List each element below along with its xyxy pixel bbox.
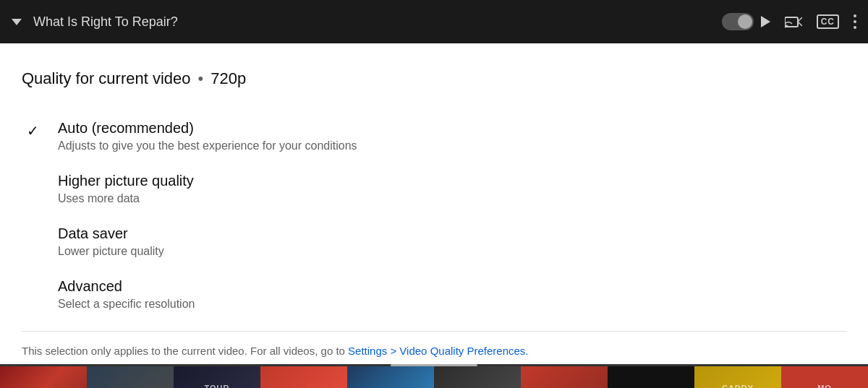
quality-header: Quality for current video • 720p (22, 58, 846, 103)
option-auto[interactable]: ✓ Auto (recommended) Adjusts to give you… (22, 110, 846, 163)
checkmark-higher (22, 173, 43, 175)
quality-separator: • (198, 69, 204, 88)
play-icon (761, 16, 770, 27)
strip-label-caddy: CADDY (722, 384, 754, 388)
footer-note: This selection only applies to the curre… (22, 335, 846, 364)
option-text-advanced: Advanced Select a specific resolution (58, 278, 846, 311)
option-name-data-saver: Data saver (58, 225, 846, 242)
footer-text: This selection only applies to the curre… (22, 345, 348, 357)
cc-button[interactable]: CC (817, 14, 839, 29)
scroll-thumb (391, 364, 477, 366)
checkmark-auto: ✓ (22, 120, 43, 139)
top-bar-icons: CC (722, 13, 856, 30)
checkmark-data-saver (22, 225, 43, 228)
more-options-button[interactable] (854, 14, 856, 29)
option-desc-higher: Uses more data (58, 192, 846, 205)
strip-segment-7 (521, 366, 608, 388)
checkmark-advanced (22, 278, 43, 280)
scroll-indicator (0, 364, 868, 366)
option-text-auto: Auto (recommended) Adjusts to give you t… (58, 120, 846, 152)
options-list: ✓ Auto (recommended) Adjusts to give you… (22, 103, 846, 328)
option-text-higher: Higher picture quality Uses more data (58, 173, 846, 205)
back-button[interactable] (12, 19, 22, 25)
option-desc-data-saver: Lower picture quality (58, 245, 846, 258)
strip-segment-8 (608, 366, 694, 388)
strip-segment-1 (0, 366, 87, 388)
option-data-saver[interactable]: Data saver Lower picture quality (22, 215, 846, 268)
bottom-video-strip: TOUR CADDY MO (0, 366, 868, 388)
option-higher[interactable]: Higher picture quality Uses more data (22, 163, 846, 215)
toggle-track (722, 13, 754, 30)
video-title: What Is Right To Repair? (33, 14, 710, 30)
strip-segment-10: MO (781, 366, 868, 388)
strip-segment-5 (347, 366, 434, 388)
strip-segment-4 (260, 366, 347, 388)
option-desc-auto: Adjusts to give you the best experience … (58, 139, 846, 152)
quality-title: Quality for current video (22, 69, 191, 88)
option-text-data-saver: Data saver Lower picture quality (58, 225, 846, 258)
strip-segment-3: TOUR (174, 366, 260, 388)
main-content: Quality for current video • 720p ✓ Auto … (0, 43, 868, 364)
strip-segment-6 (434, 366, 521, 388)
strip-label-mo: MO (817, 384, 832, 388)
option-name-higher: Higher picture quality (58, 173, 846, 189)
settings-link[interactable]: Settings > Video Quality Preferences. (348, 345, 528, 357)
toggle-play[interactable] (722, 13, 770, 30)
cast-icon (785, 14, 802, 29)
strip-segment-2 (87, 366, 174, 388)
quality-value: 720p (210, 69, 246, 88)
cast-button[interactable] (785, 14, 802, 29)
option-name-auto: Auto (recommended) (58, 120, 846, 137)
strip-label-tour: TOUR (205, 384, 230, 388)
three-dots-icon (854, 14, 856, 29)
chevron-down-icon (12, 19, 22, 25)
cc-icon: CC (817, 14, 839, 29)
section-divider (22, 331, 846, 332)
option-desc-advanced: Select a specific resolution (58, 298, 846, 311)
top-bar: What Is Right To Repair? CC (0, 0, 868, 43)
toggle-thumb (738, 14, 752, 29)
strip-segment-9: CADDY (694, 366, 781, 388)
option-advanced[interactable]: Advanced Select a specific resolution (22, 268, 846, 321)
option-name-advanced: Advanced (58, 278, 846, 295)
